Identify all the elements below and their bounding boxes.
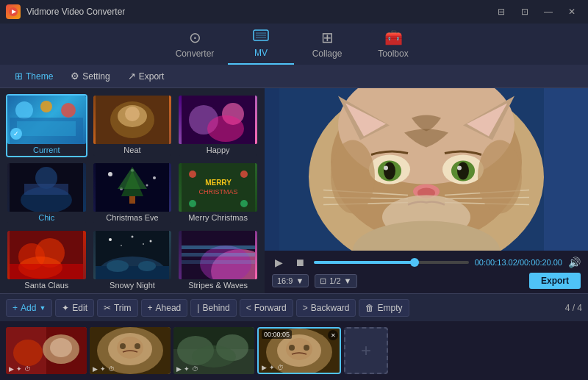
play-button[interactable]: ▶ (272, 255, 286, 270)
trim-button[interactable]: ✂ Trim (97, 299, 138, 317)
forward-button[interactable]: < Forward (240, 299, 293, 317)
quality-value: 1/2 (329, 276, 340, 285)
maximize-button[interactable]: ⊡ (514, 4, 535, 19)
sub-toolbar: ⊞ Theme ⚙ Setting ↗ Export (0, 65, 588, 88)
svg-point-108 (304, 345, 309, 351)
tab-mv-label: MV (254, 48, 268, 58)
theme-christmas-eve[interactable]: Christmas Eve (92, 162, 173, 225)
add-button[interactable]: + Add ▼ (6, 299, 52, 317)
svg-rect-56 (182, 260, 255, 264)
bottom-toolbar: + Add ▼ ✦ Edit ✂ Trim + Ahead | Behind <… (0, 293, 588, 321)
clip-2[interactable]: ▶ ✦ ⏱ (90, 327, 171, 374)
neat-thumb (93, 96, 172, 144)
ratio-select[interactable]: 16:9 ▼ (272, 274, 309, 287)
export-button[interactable]: Export (529, 273, 581, 289)
minimize-button[interactable]: ⊟ (491, 4, 512, 19)
theme-neat-label: Neat (93, 144, 172, 156)
play-sm-icon3: ▶ (176, 365, 182, 373)
close-button[interactable]: ✕ (562, 4, 582, 19)
time-sm-icon3: ⏱ (192, 365, 198, 373)
trash-icon: 🗑 (365, 303, 374, 313)
svg-point-5 (61, 103, 76, 118)
edit-button[interactable]: ✦ Edit (55, 299, 94, 317)
santa-claus-thumb (7, 231, 86, 279)
play-sm-icon4: ▶ (262, 364, 267, 371)
setting-button[interactable]: ⚙ Setting (63, 68, 117, 84)
tab-toolbox[interactable]: 🧰 Toolbox (360, 24, 426, 65)
theme-snowy-night[interactable]: Snowy Night (92, 229, 173, 293)
add-icon: + (12, 303, 18, 313)
svg-point-97 (135, 343, 140, 349)
progress-row: ▶ ⏹ 00:00:13.02/00:00:20.00 🔊 (272, 255, 581, 270)
ahead-button[interactable]: + Ahead (141, 299, 188, 317)
svg-point-33 (240, 171, 248, 178)
scissors-sm-icon: ✦ (16, 365, 22, 373)
empty-button[interactable]: 🗑 Empty (359, 299, 409, 317)
export-sub-button[interactable]: ↗ Export (121, 68, 172, 84)
tab-collage[interactable]: ⊞ Collage (294, 24, 360, 65)
setting-icon: ⚙ (71, 71, 79, 82)
theme-button[interactable]: ⊞ Theme (7, 68, 60, 84)
theme-merry-christmas[interactable]: MERRY CHRISTMAS Merry Christmas (177, 162, 259, 225)
backward-button[interactable]: > Backward (296, 299, 356, 317)
converter-icon: ⊙ (189, 29, 201, 46)
restore-button[interactable]: — (538, 4, 559, 19)
svg-point-107 (289, 345, 295, 351)
edit-label: Edit (72, 303, 87, 313)
svg-point-46 (143, 243, 144, 245)
clip-1[interactable]: ▶ ✦ ⏱ (6, 327, 87, 374)
add-clip-button[interactable]: + (344, 327, 388, 374)
current-time: 00:00:13.02 (475, 258, 517, 267)
merry-christmas-thumb: MERRY CHRISTMAS (179, 163, 257, 212)
quality-select[interactable]: ⊡ 1/2 ▼ (315, 274, 356, 288)
svg-point-96 (120, 343, 126, 349)
behind-label: Behind (202, 303, 229, 313)
progress-bar[interactable] (314, 261, 469, 264)
theme-stripes-waves[interactable]: Stripes & Waves (177, 229, 259, 293)
theme-neat[interactable]: Neat (92, 94, 173, 157)
svg-text:CHRISTMAS: CHRISTMAS (198, 188, 237, 196)
export-sub-icon: ↗ (128, 71, 136, 82)
theme-stripes-waves-label: Stripes & Waves (179, 279, 257, 291)
svg-point-50 (138, 261, 156, 271)
scissors-sm-icon2: ✦ (100, 365, 106, 373)
tab-converter[interactable]: ⊙ Converter (162, 24, 228, 65)
theme-chic[interactable]: Chic (6, 162, 87, 225)
clip-4[interactable]: 00:00:05 ✕ ▶ ✦ ⏱ (257, 327, 341, 374)
svg-point-102 (192, 345, 236, 368)
theme-grid: ✓ Current Neat (6, 94, 259, 293)
progress-fill (314, 261, 415, 264)
theme-santa-claus[interactable]: Santa Claus (6, 229, 87, 293)
clip4-close[interactable]: ✕ (328, 330, 338, 340)
svg-rect-19 (24, 184, 68, 195)
setting-label: Setting (82, 71, 110, 82)
clip-3[interactable]: ▶ ✦ ⏱ (173, 327, 254, 374)
timeline: ▶ ✦ ⏱ ▶ ✦ ⏱ (0, 321, 588, 380)
stop-button[interactable]: ⏹ (292, 255, 308, 270)
snowy-night-thumb (93, 231, 172, 279)
tab-mv[interactable]: MV (228, 24, 294, 65)
svg-point-71 (384, 166, 388, 171)
svg-point-83 (331, 140, 375, 214)
christmas-eve-thumb (93, 163, 172, 212)
theme-happy[interactable]: Happy (177, 94, 259, 157)
clip4-icons: ▶ ✦ ⏱ (262, 364, 284, 371)
svg-point-43 (131, 236, 133, 238)
volume-icon[interactable]: 🔊 (568, 257, 581, 268)
scissors-sm-icon4: ✦ (269, 364, 275, 371)
quality-icon: ⊡ (320, 276, 326, 286)
play-sm-icon: ▶ (9, 365, 14, 373)
theme-icon: ⊞ (15, 71, 23, 82)
forward-icon: < (246, 303, 251, 313)
theme-current[interactable]: ✓ Current (6, 94, 87, 157)
theme-label: Theme (26, 71, 53, 82)
svg-point-42 (109, 238, 112, 241)
time-sm-icon: ⏱ (24, 365, 31, 373)
behind-button[interactable]: | Behind (190, 299, 237, 317)
svg-point-35 (240, 200, 248, 207)
play-sm-icon2: ▶ (93, 365, 98, 373)
clip1-icons: ▶ ✦ ⏱ (9, 365, 31, 373)
chic-thumb (7, 163, 86, 212)
svg-rect-55 (182, 253, 255, 257)
app-icon (6, 4, 21, 19)
